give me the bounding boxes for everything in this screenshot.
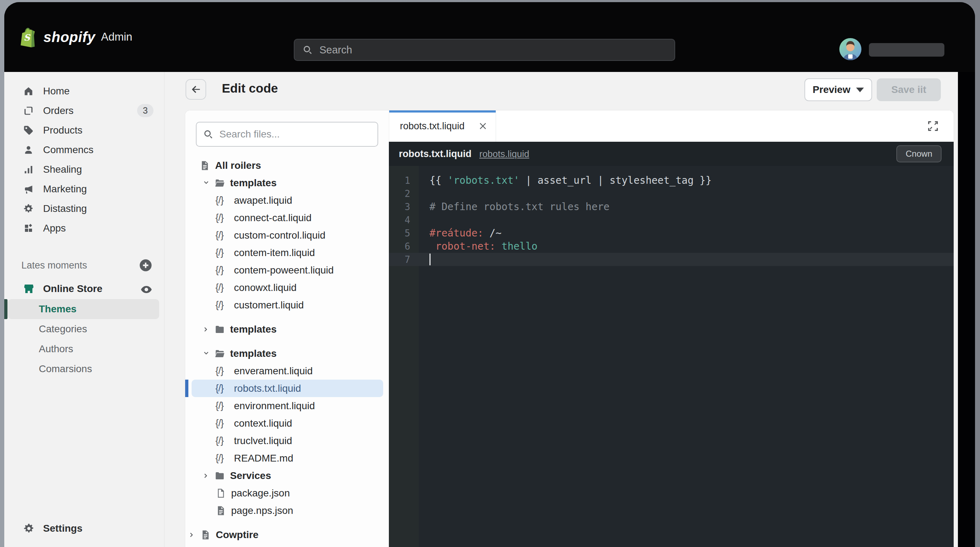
- file-name-label: package.json: [231, 488, 290, 499]
- close-icon[interactable]: [478, 121, 488, 131]
- sidebar-item-label: Orders: [43, 105, 74, 116]
- expand-icon[interactable]: [927, 120, 939, 132]
- file-name-label: context.liquid: [234, 418, 292, 429]
- sidebar-item-products[interactable]: Products: [4, 120, 164, 140]
- code-line-4[interactable]: 4: [389, 213, 954, 226]
- sidebar-item-authors[interactable]: Authors: [4, 339, 164, 359]
- file-search-input[interactable]: [219, 128, 354, 140]
- file-tree-item-contem-poweent-liquid[interactable]: {/}contem-poweent.liquid: [185, 261, 389, 279]
- code-file-icon: {/}: [215, 418, 232, 429]
- sidebar-item-themes[interactable]: Themes: [8, 299, 159, 319]
- file-tree-item-templates[interactable]: templates: [185, 345, 389, 362]
- sidebar-item-label: Distasting: [43, 203, 87, 215]
- code-line-3[interactable]: 3# Define robots.txt rules here: [389, 200, 954, 213]
- user-avatar[interactable]: [839, 38, 861, 60]
- global-search-input[interactable]: [319, 44, 604, 56]
- file-tree-item-services[interactable]: Services: [185, 467, 389, 484]
- file-tree-item-templates[interactable]: templates: [185, 174, 389, 192]
- sidebar-section-header: Lates moments: [4, 256, 164, 275]
- sidebar-item-apps[interactable]: Apps: [4, 218, 164, 238]
- chevron-right-icon[interactable]: [188, 531, 200, 539]
- file-tree-item-package-json[interactable]: package.json: [185, 484, 389, 502]
- file-tree-item-readme-md[interactable]: {/}README.md: [185, 449, 389, 467]
- sidebar-item-online-store[interactable]: Online Store: [4, 279, 164, 299]
- sidebar-item-shealing[interactable]: Shealing: [4, 159, 164, 179]
- orders-badge: 3: [137, 104, 153, 117]
- code-line-6[interactable]: 6 robot-net: thello: [389, 240, 954, 253]
- chevron-down-icon[interactable]: [202, 349, 215, 358]
- save-button[interactable]: Save iit: [877, 78, 941, 101]
- code-editor-card: All roilerstemplates{/}awapet.liquid{/}c…: [185, 110, 954, 547]
- code-editor[interactable]: 1{{ 'robots.txt' | asset_url | styleshee…: [389, 166, 954, 547]
- search-icon: [203, 129, 214, 140]
- add-sales-channel-button[interactable]: [138, 258, 153, 272]
- file-tree-item-contem-item-liquid[interactable]: {/}contem-item.liquid: [185, 244, 389, 261]
- file-tree-item-robots-txt-liquid[interactable]: {/}robots.txt.liquid: [192, 380, 383, 397]
- sidebar-item-distasting[interactable]: Distasting: [4, 199, 164, 218]
- file-name-label: conowxt.liquid: [234, 282, 297, 293]
- sidebar-item-categories[interactable]: Categories: [4, 319, 164, 339]
- file-tree-item-environment-liquid[interactable]: {/}environment.liquid: [185, 397, 389, 415]
- code-line-5[interactable]: 5#reátude: /~: [389, 226, 954, 240]
- file-tree-item-page-nps-json[interactable]: page.nps.json: [185, 502, 389, 519]
- back-button[interactable]: [186, 79, 206, 100]
- line-number: 4: [389, 215, 419, 226]
- account-name-pill[interactable]: [869, 43, 944, 57]
- code-lines: 1{{ 'robots.txt' | asset_url | styleshee…: [389, 174, 954, 266]
- line-number: 3: [389, 202, 419, 212]
- crown-button[interactable]: Cnown: [896, 145, 942, 162]
- file-tree-item-connect-cat-liquid[interactable]: {/}connect-cat.liquid: [185, 209, 389, 226]
- file-tree-item-enverament-liquid[interactable]: {/}enverament.liquid: [185, 362, 389, 380]
- arrow-left-icon: [191, 84, 201, 95]
- file-tree: All roilerstemplates{/}awapet.liquid{/}c…: [185, 157, 389, 544]
- sidebar-item-label: Commencs: [43, 144, 94, 156]
- apps-icon: [23, 223, 34, 234]
- home-icon: [23, 86, 34, 97]
- file-tree-item-context-liquid[interactable]: {/}context.liquid: [185, 415, 389, 432]
- chevron-right-icon[interactable]: [202, 325, 215, 334]
- editor-file-link[interactable]: robots.liquid: [479, 148, 529, 159]
- sidebar-item-comarsions[interactable]: Comarsions: [4, 359, 164, 379]
- code-file-icon: {/}: [215, 212, 232, 223]
- global-search[interactable]: [294, 39, 675, 61]
- chevron-down-icon: [856, 87, 864, 92]
- file-tree-item-custom-control-liquid[interactable]: {/}custom-control.liquid: [185, 226, 389, 244]
- chevron-right-icon[interactable]: [202, 472, 215, 480]
- sidebar-item-marketing[interactable]: Marketing: [4, 179, 164, 199]
- code-line-7[interactable]: 7: [389, 253, 954, 266]
- gear-icon: [23, 204, 34, 214]
- line-number: 1: [389, 175, 419, 186]
- sidebar-item-commencs[interactable]: Commencs: [4, 140, 164, 159]
- file-tree-item-conowxt-liquid[interactable]: {/}conowxt.liquid: [185, 279, 389, 296]
- file-search[interactable]: [196, 122, 378, 147]
- file-tree-item-awapet-liquid[interactable]: {/}awapet.liquid: [185, 192, 389, 209]
- file-panel: All roilerstemplates{/}awapet.liquid{/}c…: [185, 110, 389, 547]
- file-tree-item-templates[interactable]: templates: [185, 321, 389, 338]
- sidebar-section-label: Lates moments: [21, 260, 87, 271]
- sidebar-item-home[interactable]: Home: [4, 81, 164, 101]
- preview-button[interactable]: Preview: [805, 78, 872, 101]
- doc-lines-icon: [200, 530, 215, 540]
- chevron-down-icon[interactable]: [202, 179, 215, 187]
- file-tree-item-all-roilers[interactable]: All roilers: [185, 157, 389, 174]
- topbar: S shopify Admin: [4, 2, 975, 72]
- code-file-icon: {/}: [215, 247, 232, 258]
- svg-text:S: S: [24, 32, 30, 43]
- code-line-1[interactable]: 1{{ 'robots.txt' | asset_url | styleshee…: [389, 174, 954, 187]
- sidebar-item-settings[interactable]: Settings: [4, 518, 164, 539]
- doc-lines-icon: [199, 160, 214, 171]
- tab-robots-txt-liquid[interactable]: robots.txt.liquid: [389, 110, 496, 142]
- file-tree-item-customert-liquid[interactable]: {/}customert.liquid: [185, 296, 389, 314]
- code-text: # Define robots.txt rules here: [419, 201, 610, 213]
- preview-label: Preview: [813, 84, 850, 95]
- sidebar-item-orders[interactable]: Orders3: [4, 101, 164, 120]
- file-name-label: Cowptire: [216, 529, 259, 541]
- file-tree-item-cowptire[interactable]: Cowptire: [185, 526, 389, 544]
- code-line-2[interactable]: 2: [389, 187, 954, 200]
- file-name-label: page.nps.json: [231, 505, 293, 516]
- sidebar-item-label: Apps: [43, 223, 66, 234]
- store-icon: [23, 283, 35, 294]
- file-tree-item-truclvet-liquid[interactable]: {/}truclvet.liquid: [185, 432, 389, 449]
- brand: S shopify Admin: [19, 2, 132, 72]
- eye-icon[interactable]: [140, 283, 153, 296]
